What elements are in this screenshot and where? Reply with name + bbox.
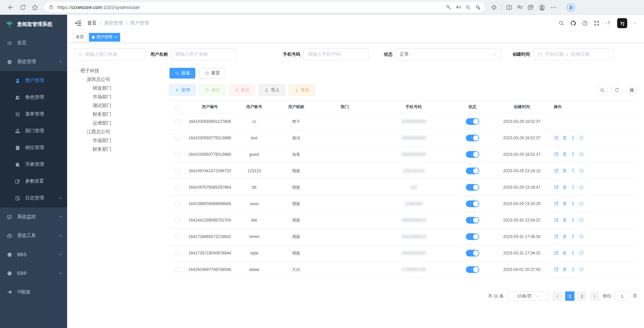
url-text[interactable]: https://ccnetcore.com:1101/system/user — [57, 5, 446, 10]
next-page-button[interactable] — [590, 291, 599, 301]
read-aloud-icon[interactable] — [455, 4, 461, 10]
edit-button[interactable]: 修改 — [199, 85, 225, 95]
show-search-toggle-button[interactable] — [596, 84, 608, 96]
reset-password-button[interactable] — [571, 185, 576, 190]
row-checkbox[interactable] — [176, 201, 180, 206]
page-button-1[interactable]: 1 — [565, 291, 575, 301]
sidebar-item-menu-mgmt[interactable]: 菜单管理 — [0, 106, 67, 123]
password-key-icon[interactable] — [446, 4, 451, 10]
username-input[interactable]: 请输入用户名称 — [171, 48, 236, 60]
edit-user-button[interactable] — [554, 267, 559, 272]
favorites-icon[interactable] — [516, 4, 523, 11]
row-checkbox[interactable] — [176, 234, 180, 239]
user-avatar[interactable]: Yj — [617, 18, 627, 28]
reset-password-button[interactable] — [571, 218, 576, 223]
sidebar-item-dept-mgmt[interactable]: 部门管理 — [0, 123, 67, 139]
sidebar-fold-icon[interactable] — [75, 19, 82, 27]
sidebar-item-user-mgmt[interactable]: 用户管理 — [0, 72, 67, 89]
assign-role-button[interactable] — [579, 267, 584, 272]
row-checkbox[interactable] — [176, 119, 180, 124]
breadcrumb-item[interactable]: 系统管理 — [104, 20, 123, 26]
status-toggle[interactable] — [466, 233, 479, 240]
edit-user-button[interactable] — [554, 152, 559, 157]
row-checkbox[interactable] — [176, 185, 180, 190]
sidebar-item-system[interactable]: 系统管理 — [0, 52, 67, 71]
row-checkbox[interactable] — [176, 218, 180, 223]
font-size-icon[interactable] — [605, 20, 611, 26]
row-checkbox[interactable] — [176, 267, 180, 272]
delete-user-button[interactable] — [562, 185, 567, 190]
assign-role-button[interactable] — [579, 185, 584, 190]
lock-icon[interactable] — [48, 4, 54, 10]
delete-user-button[interactable] — [562, 135, 567, 141]
sidebar-item-post-mgmt[interactable]: 岗位管理 — [0, 139, 67, 156]
edit-user-button[interactable] — [554, 234, 559, 239]
reset-password-button[interactable] — [571, 250, 576, 256]
row-checkbox[interactable] — [176, 152, 180, 157]
fullscreen-icon[interactable] — [594, 20, 600, 26]
app-logo[interactable]: 意框架管理系统 — [0, 15, 67, 34]
edit-user-button[interactable] — [554, 250, 559, 256]
collections-icon[interactable] — [527, 4, 534, 11]
edit-user-button[interactable] — [554, 201, 559, 206]
browser-back-button[interactable] — [5, 1, 17, 13]
assign-role-button[interactable] — [579, 152, 584, 157]
add-favorite-icon[interactable] — [475, 4, 481, 10]
tree-expand-icon[interactable] — [80, 129, 87, 135]
status-select[interactable]: 正常 — [395, 48, 501, 60]
tree-node-市场部门[interactable]: 市场部门 — [74, 93, 145, 101]
assign-role-button[interactable] — [579, 135, 584, 141]
dept-search-input[interactable]: 请输入部门名称 — [74, 48, 145, 60]
prev-page-button[interactable] — [552, 291, 562, 301]
phone-input[interactable]: 请输入手机号码 — [303, 48, 368, 60]
delete-user-button[interactable] — [562, 218, 567, 223]
sidebar-item-home[interactable]: 首页 — [0, 34, 67, 52]
edit-user-button[interactable] — [554, 135, 559, 141]
split-screen-icon[interactable] — [506, 4, 512, 11]
tree-node-测试部门[interactable]: 测试部门 — [74, 101, 145, 110]
date-range-input[interactable]: 开始日期 - 结束日期 — [533, 48, 614, 60]
tab-首页[interactable]: 首页 — [73, 33, 87, 42]
row-checkbox[interactable] — [176, 251, 180, 255]
refresh-table-button[interactable] — [611, 84, 623, 96]
browser-refresh-button[interactable] — [17, 1, 29, 13]
status-toggle[interactable] — [466, 266, 479, 273]
address-bar[interactable]: https://ccnetcore.com:1101/system/user — [44, 2, 485, 13]
import-button[interactable]: 导入 — [259, 85, 285, 95]
sidebar-item-role-mgmt[interactable]: 角色管理 — [0, 89, 67, 106]
delete-user-button[interactable] — [562, 267, 567, 272]
assign-role-button[interactable] — [579, 250, 584, 256]
tab-用户管理[interactable]: 用户管理× — [89, 33, 120, 42]
sidebar-item-monitor[interactable]: 系统监控 — [0, 207, 67, 226]
tree-node-财务部门[interactable]: 财务部门 — [74, 145, 145, 154]
assign-role-button[interactable] — [579, 234, 584, 239]
extensions-icon[interactable] — [491, 4, 497, 11]
more-options-icon[interactable] — [550, 4, 557, 11]
status-toggle[interactable] — [466, 118, 479, 125]
assign-role-button[interactable] — [579, 168, 584, 174]
status-toggle[interactable] — [466, 200, 479, 207]
delete-button[interactable]: 删除 — [229, 85, 255, 95]
tree-expand-icon[interactable] — [80, 76, 87, 83]
select-all-checkbox[interactable] — [176, 105, 180, 109]
sidebar-item-dict-mgmt[interactable]: 字典管理 — [0, 156, 67, 173]
help-icon[interactable] — [582, 20, 588, 26]
tree-node-江西总公司[interactable]: 江西总公司 — [74, 128, 145, 136]
browser-profile-avatar[interactable] — [538, 3, 546, 11]
assign-role-button[interactable] — [579, 201, 584, 206]
sidebar-item-yi-frame[interactable]: Yi框架 — [0, 283, 67, 301]
reset-password-button[interactable] — [571, 135, 576, 141]
sidebar-item-tools[interactable]: 系统工具 — [0, 226, 67, 245]
user-menu-caret-icon[interactable] — [633, 21, 637, 25]
reset-password-button[interactable] — [571, 267, 576, 272]
delete-user-button[interactable] — [562, 234, 567, 239]
goto-page-input[interactable]: 1 — [615, 291, 630, 301]
column-settings-button[interactable] — [626, 84, 637, 96]
tree-node-橙子科技[interactable]: 橙子科技 — [74, 66, 145, 75]
edit-user-button[interactable] — [554, 218, 559, 223]
edit-user-button[interactable] — [554, 168, 559, 174]
tree-expand-icon[interactable] — [74, 67, 81, 74]
sidebar-item-bbs[interactable]: BBS — [0, 245, 67, 264]
tree-node-深圳总公司[interactable]: 深圳总公司 — [74, 75, 145, 84]
sidebar-item-param-settings[interactable]: 参数设置 — [0, 173, 67, 190]
